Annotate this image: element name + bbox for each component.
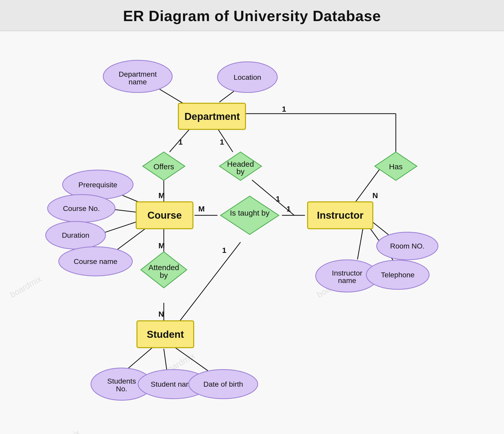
svg-text:boardmix: boardmix (47, 427, 82, 434)
svg-text:1: 1 (276, 194, 280, 203)
svg-text:name: name (129, 78, 147, 86)
relation-has-label: Has (389, 162, 403, 171)
svg-text:M: M (158, 241, 165, 250)
svg-line-28 (125, 348, 152, 370)
attr-course-name-label: Course name (74, 257, 117, 265)
svg-text:boardmix: boardmix (8, 274, 43, 299)
attr-instructor-name-label1: Instructor (332, 269, 362, 277)
attr-prerequisite-label: Prerequisite (78, 181, 117, 189)
svg-text:1: 1 (222, 246, 227, 254)
svg-line-24 (180, 242, 241, 321)
attr-duration-label: Duration (62, 231, 89, 239)
svg-text:M: M (198, 205, 205, 213)
svg-text:1: 1 (286, 205, 291, 213)
svg-text:1: 1 (178, 138, 183, 146)
svg-text:N: N (372, 191, 378, 200)
attr-telephone-label: Telephone (381, 271, 415, 279)
entity-course-label: Course (147, 210, 182, 221)
attr-instructor-name-label2: name (338, 276, 356, 285)
attr-department-name-label: Department (119, 70, 157, 78)
attr-students-no-label2: No. (116, 385, 127, 393)
header: ER Diagram of University Database (0, 0, 504, 31)
page-title: ER Diagram of University Database (0, 7, 504, 24)
svg-text:1: 1 (282, 105, 286, 113)
entity-instructor-label: Instructor (317, 210, 364, 221)
page: ER Diagram of University Database boardm… (0, 0, 504, 434)
svg-line-26 (357, 227, 363, 260)
relation-is-taught-by-label: Is taught by (230, 209, 269, 217)
diagram-area: boardmix boardmix boardmix boardmix boar… (0, 31, 504, 434)
relation-headed-by-label: Headed (227, 160, 254, 168)
relation-attended-by-label1: Attended (148, 263, 179, 272)
attr-students-no-label1: Students (107, 377, 136, 385)
er-diagram: boardmix boardmix boardmix boardmix boar… (0, 31, 504, 434)
attr-course-no-label: Course No. (63, 204, 100, 212)
attr-date-of-birth-label: Date of birth (203, 380, 243, 388)
attr-room-no-label: Room NO. (390, 242, 425, 250)
relation-offers-label: Offers (154, 162, 174, 171)
svg-text:N: N (158, 310, 164, 318)
entity-department-label: Department (184, 111, 240, 122)
entity-student-label: Student (147, 329, 184, 340)
svg-text:M: M (158, 191, 165, 200)
attr-location-label: Location (234, 73, 261, 81)
relation-attended-by-label2: by (160, 271, 168, 279)
svg-text:by: by (237, 167, 245, 176)
svg-text:1: 1 (220, 138, 224, 146)
svg-line-15 (356, 165, 382, 202)
